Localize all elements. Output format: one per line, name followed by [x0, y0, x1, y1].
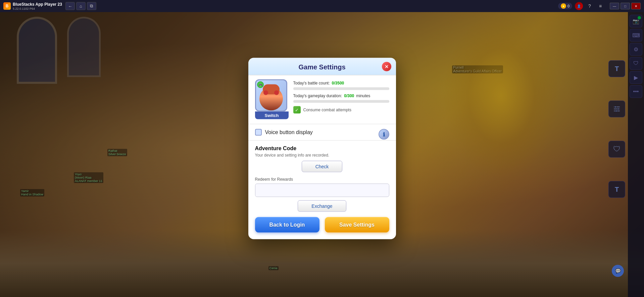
consume-label: Consume combat attempts: [303, 108, 351, 112]
close-button[interactable]: ✕: [631, 3, 641, 9]
home-nav-button[interactable]: ⌂: [76, 2, 86, 10]
app-title: BlueStacks App Player 23: [13, 2, 62, 7]
gameplay-duration-value: 0/300: [344, 94, 354, 98]
maximize-button[interactable]: □: [621, 3, 630, 9]
avatar-character: [259, 87, 283, 111]
help-button[interactable]: ?: [586, 2, 594, 10]
battle-count-label: Today's battle count:: [293, 81, 330, 85]
divider-1: [248, 124, 396, 124]
avatar-icon-overlay: 🎮: [257, 81, 264, 88]
avatar-frame: 🎮: [255, 79, 287, 112]
voice-checkbox[interactable]: [255, 129, 262, 136]
minimize-button[interactable]: —: [610, 3, 619, 9]
gameplay-duration-unit: minutes: [356, 94, 370, 98]
app-logo: B BlueStacks App Player 23 5.22.0.1102 P…: [3, 2, 62, 10]
bottom-buttons: Back to Login Save Settings: [248, 212, 396, 233]
adventure-code-title: Adventure Code: [248, 145, 396, 152]
user-avatar[interactable]: 👤: [575, 2, 583, 10]
modal-header: Game Settings ✕: [248, 58, 396, 75]
header-info-area: 🎮 Switch Today's battle count: 0/3500: [248, 75, 396, 119]
info-button[interactable]: ℹ: [379, 129, 389, 140]
redeem-label: Redeem for Rewards: [248, 177, 396, 182]
gameplay-duration-row: Today's gameplay duration: 0/300 minutes: [293, 94, 389, 98]
save-settings-button[interactable]: Save Settings: [325, 217, 389, 233]
game-settings-modal: Game Settings ✕ 🎮 Switch: [248, 58, 396, 239]
coins-value: 0: [567, 4, 569, 8]
redeem-input[interactable]: [255, 184, 389, 197]
adventure-code-desc: Your device and setting info are recorde…: [248, 153, 396, 158]
avatar-section: 🎮 Switch: [255, 79, 289, 119]
battle-count-value: 0/3500: [332, 81, 344, 85]
coins-badge: ● 0: [558, 3, 572, 9]
consume-row: ✓ Consume combat attempts: [293, 106, 389, 114]
check-button[interactable]: Check: [302, 161, 343, 172]
battle-count-row: Today's battle count: 0/3500: [293, 81, 389, 85]
consume-check-icon: ✓: [293, 106, 301, 114]
stats-section: Today's battle count: 0/3500 Today's gam…: [289, 79, 389, 119]
divider-2: [248, 140, 396, 141]
topbar: B BlueStacks App Player 23 5.22.0.1102 P…: [0, 0, 644, 12]
gameplay-duration-bar: [293, 100, 389, 103]
menu-button[interactable]: ≡: [596, 2, 604, 10]
window-controls: — □ ✕: [610, 3, 641, 9]
exchange-button[interactable]: Exchange: [298, 200, 346, 212]
app-version: 5.22.0.1102 P64: [13, 7, 62, 10]
modal-title: Game Settings: [298, 63, 345, 71]
voice-row: Voice button display: [248, 129, 396, 136]
switch-label[interactable]: Switch: [255, 112, 289, 119]
back-nav-button[interactable]: ←: [65, 2, 75, 10]
voice-label: Voice button display: [265, 129, 313, 135]
gameplay-duration-label: Today's gameplay duration:: [293, 94, 342, 98]
modal-body: 🎮 Switch Today's battle count: 0/3500: [248, 75, 396, 233]
modal-close-button[interactable]: ✕: [382, 62, 391, 71]
battle-count-bar: [293, 87, 389, 90]
topbar-right: ● 0 👤 ? ≡ — □ ✕: [558, 2, 641, 10]
tab-nav-button[interactable]: ⧉: [87, 2, 96, 10]
nav-buttons: ← ⌂ ⧉: [65, 2, 96, 10]
app-title-group: BlueStacks App Player 23 5.22.0.1102 P64: [13, 2, 62, 10]
app-icon: B: [3, 2, 11, 10]
coin-icon: ●: [561, 3, 566, 9]
back-to-login-button[interactable]: Back to Login: [255, 217, 319, 233]
